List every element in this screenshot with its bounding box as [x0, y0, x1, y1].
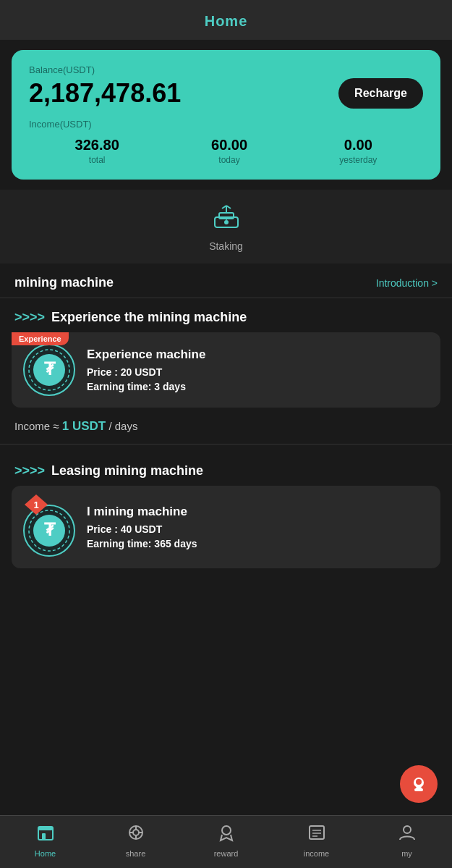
nav-item-my[interactable]: my — [385, 823, 429, 858]
introduction-link[interactable]: Introduction > — [376, 277, 438, 289]
income-stat-today: 60.00 today — [211, 137, 247, 165]
svg-text:₮: ₮ — [44, 521, 56, 539]
income-label: Income(USDT) — [29, 119, 423, 130]
nav-item-reward[interactable]: reward — [205, 823, 248, 858]
income-stats: 326.80 total 60.00 today 0.00 yesterday — [29, 137, 423, 165]
experience-machine-earning: Earning time: 3 days — [87, 381, 429, 392]
support-button[interactable] — [400, 765, 438, 803]
income-total-value: 326.80 — [75, 137, 119, 153]
nav-item-income[interactable]: income — [295, 823, 338, 858]
recharge-button[interactable]: Recharge — [338, 78, 423, 109]
share-icon — [127, 823, 145, 846]
income-yesterday-label: yesterday — [339, 155, 377, 165]
leasing-section: >>>> Leasing mining machine 1 ₮ — [0, 452, 452, 568]
leasing-badge-container: 1 — [23, 493, 49, 519]
svg-point-18 — [416, 779, 422, 785]
nav-item-home[interactable]: Home — [24, 823, 67, 858]
svg-rect-31 — [310, 826, 324, 839]
income-yesterday-value: 0.00 — [339, 137, 377, 153]
experience-machine-name: Experience machine — [87, 347, 429, 362]
svg-rect-20 — [414, 788, 423, 791]
income-suffix: / days — [106, 420, 137, 432]
leasing-title-text: Leasing mining machine — [51, 463, 203, 478]
home-icon — [36, 823, 55, 846]
earning-label: Earning time: — [87, 381, 154, 392]
earning-value: 3 days — [154, 381, 186, 392]
leasing-price-value: 40 USDT — [121, 523, 163, 535]
price-value: 20 USDT — [121, 366, 163, 378]
balance-amount: 2,187,478.61 — [29, 78, 181, 109]
leasing-machine-card[interactable]: 1 ₮ I mining machine Price : 40 USDT — [12, 486, 440, 568]
svg-point-5 — [224, 220, 229, 224]
leasing-price-label: Price : — [87, 523, 121, 535]
income-today-label: today — [211, 155, 247, 165]
experience-machine-logo: ₮ — [23, 344, 75, 396]
mining-section-title: mining machine — [14, 275, 114, 290]
mining-section-header: mining machine Introduction > — [0, 264, 452, 298]
balance-row: 2,187,478.61 Recharge — [29, 78, 423, 109]
balance-card: Balance(USDT) 2,187,478.61 Recharge Inco… — [12, 50, 440, 180]
experience-arrows: >>>> — [14, 310, 45, 324]
income-highlight: 1 USDT — [62, 419, 106, 433]
staking-icon — [0, 204, 452, 236]
leasing-machine-name: I mining machine — [87, 505, 429, 519]
leasing-machine-price: Price : 40 USDT — [87, 523, 429, 535]
svg-point-25 — [133, 830, 139, 835]
leasing-machine-earning: Earning time: 365 days — [87, 538, 429, 549]
leasing-earning-value: 365 days — [154, 538, 197, 549]
divider-2 — [0, 444, 452, 444]
price-label: Price : — [87, 366, 121, 378]
leasing-earning-label: Earning time: — [87, 538, 154, 549]
nav-my-label: my — [401, 849, 412, 858]
income-text: Income ≈ — [14, 420, 62, 432]
staking-label: Staking — [0, 240, 452, 252]
income-total-label: total — [75, 155, 119, 165]
income-stat-yesterday: 0.00 yesterday — [339, 137, 377, 165]
user-icon — [398, 823, 417, 846]
income-today-value: 60.00 — [211, 137, 247, 153]
balance-label: Balance(USDT) — [29, 64, 423, 75]
svg-text:₮: ₮ — [44, 360, 56, 379]
experience-machine-info: Experience machine Price : 20 USDT Earni… — [87, 347, 429, 392]
header-title: Home — [205, 13, 248, 29]
experience-section: >>>> Experience the mining machine Exper… — [0, 298, 452, 444]
svg-rect-22 — [42, 833, 46, 840]
svg-text:1: 1 — [33, 500, 38, 510]
experience-badge: Experience — [12, 332, 69, 345]
leasing-subtitle: >>>> Leasing mining machine — [0, 452, 452, 486]
svg-point-30 — [222, 826, 231, 835]
nav-share-label: share — [126, 849, 146, 858]
svg-rect-23 — [38, 827, 53, 830]
nav-item-share[interactable]: share — [114, 823, 158, 858]
income-per-day: Income ≈ 1 USDT / days — [0, 413, 452, 444]
experience-subtitle: >>>> Experience the mining machine — [0, 298, 452, 332]
experience-machine-card[interactable]: Experience ₮ Experience machine Price : … — [12, 332, 440, 408]
leasing-arrows: >>>> — [14, 463, 45, 478]
staking-section[interactable]: Staking — [0, 190, 452, 264]
diamond-badge-icon: 1 — [23, 493, 49, 516]
nav-home-label: Home — [35, 849, 56, 858]
nav-reward-label: reward — [214, 849, 239, 858]
header: Home — [0, 0, 452, 40]
nav-income-label: income — [304, 849, 329, 858]
support-icon — [409, 774, 429, 794]
leasing-machine-info: I mining machine Price : 40 USDT Earning… — [87, 505, 429, 549]
experience-title-text: Experience the mining machine — [51, 310, 247, 324]
svg-point-35 — [404, 826, 411, 833]
bottom-nav: Home share reward — [0, 815, 452, 868]
income-stat-total: 326.80 total — [75, 137, 119, 165]
reward-icon — [217, 823, 236, 846]
income-icon — [307, 823, 326, 846]
experience-machine-price: Price : 20 USDT — [87, 366, 429, 378]
